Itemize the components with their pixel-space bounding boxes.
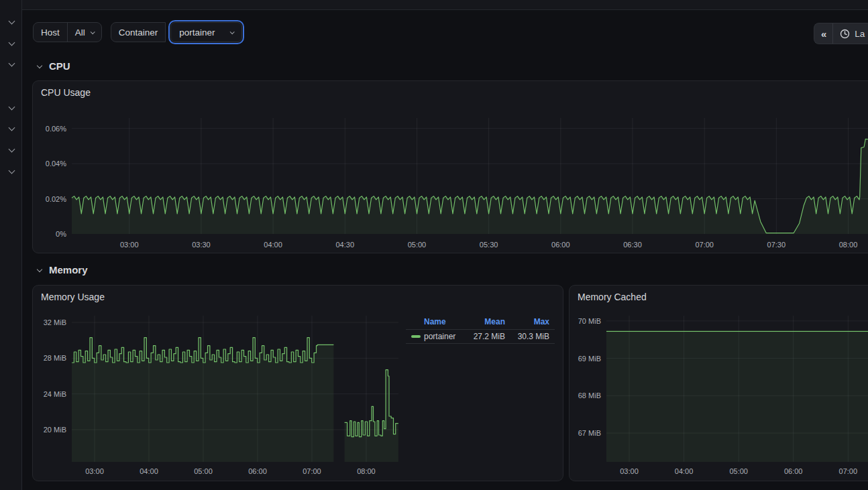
x-axis-tick-label: 03:00 bbox=[85, 467, 104, 475]
sidebar-section-toggle[interactable] bbox=[7, 167, 18, 178]
x-axis-tick-label: 04:00 bbox=[140, 467, 158, 475]
sidebar-section-toggle[interactable] bbox=[7, 103, 18, 114]
series-color-marker[interactable] bbox=[411, 335, 421, 338]
chevron-down-icon bbox=[9, 104, 15, 111]
x-axis-tick-label: 05:00 bbox=[194, 467, 213, 475]
x-axis-tick-label: 04:00 bbox=[675, 467, 694, 475]
host-filter[interactable]: Host All bbox=[33, 22, 102, 42]
x-axis-tick-label: 03:00 bbox=[120, 241, 139, 249]
y-axis-tick-label: 70 MiB bbox=[578, 317, 601, 325]
chevron-down-icon bbox=[229, 29, 234, 34]
collapse-timepicker-button[interactable]: « bbox=[814, 23, 832, 44]
chevron-down-icon bbox=[37, 63, 42, 68]
chevron-down-icon bbox=[9, 18, 15, 25]
container-filter-value[interactable]: portainer bbox=[170, 22, 241, 42]
container-filter-value-text: portainer bbox=[179, 27, 215, 38]
cpu-usage-chart[interactable]: 0%0.02%0.04%0.06%03:0003:3004:0004:3005:… bbox=[33, 81, 868, 254]
x-axis-tick-label: 07:00 bbox=[695, 241, 714, 249]
x-axis-tick-label: 05:00 bbox=[408, 241, 427, 249]
y-axis-tick-label: 20 MiB bbox=[44, 426, 66, 434]
x-axis-tick-label: 03:30 bbox=[192, 241, 211, 249]
sidebar-section-toggle[interactable] bbox=[7, 39, 18, 50]
sidebar-section-toggle[interactable] bbox=[7, 60, 18, 70]
time-range-button[interactable]: La bbox=[833, 23, 868, 44]
x-axis-tick-label: 08:00 bbox=[357, 467, 376, 475]
container-filter-label: Container bbox=[111, 22, 166, 42]
x-axis-tick-label: 07:00 bbox=[839, 467, 858, 475]
y-axis-tick-label: 69 MiB bbox=[578, 355, 601, 363]
grafana-dashboard: { "colors": { "accent_blue": "#3d71d9", … bbox=[0, 0, 868, 490]
legend-table: Name Mean Max portainer 27.2 MiB 30.3 Mi… bbox=[406, 314, 555, 344]
legend-header-max[interactable]: Max bbox=[534, 317, 549, 326]
section-title: Memory bbox=[49, 264, 88, 275]
toolbar-strip bbox=[22, 0, 868, 10]
chevron-down-icon bbox=[9, 168, 15, 174]
memory-cached-panel: Memory Cached 67 MiB68 MiB69 MiB70 MiB03… bbox=[569, 285, 868, 481]
section-header-cpu[interactable]: CPU bbox=[38, 58, 70, 73]
section-title: CPU bbox=[49, 60, 70, 72]
x-axis-tick-label: 06:00 bbox=[248, 467, 267, 475]
y-axis-tick-label: 24 MiB bbox=[44, 390, 66, 398]
x-axis-tick-label: 06:00 bbox=[784, 467, 803, 475]
memory-usage-panel: Memory Usage 20 MiB24 MiB28 MiB32 MiB03:… bbox=[32, 285, 563, 481]
double-chevron-left-icon: « bbox=[821, 28, 826, 40]
sidebar-section-toggle[interactable] bbox=[7, 17, 18, 28]
x-axis-tick-label: 04:00 bbox=[264, 241, 282, 249]
y-axis-tick-label: 0% bbox=[56, 230, 66, 238]
legend-header-mean[interactable]: Mean bbox=[484, 317, 505, 326]
x-axis-tick-label: 07:00 bbox=[303, 467, 321, 475]
y-axis-tick-label: 0.06% bbox=[46, 125, 66, 133]
x-axis-tick-label: 06:30 bbox=[623, 241, 642, 249]
x-axis-tick-label: 04:30 bbox=[336, 241, 355, 249]
legend-header-row: Name Mean Max bbox=[406, 314, 555, 329]
time-range-label: La bbox=[855, 29, 865, 39]
chevron-down-icon bbox=[90, 29, 95, 34]
host-filter-value-text: All bbox=[75, 27, 85, 38]
cpu-usage-panel: CPU Usage 0%0.02%0.04%0.06%03:0003:3004:… bbox=[32, 80, 868, 253]
x-axis-tick-label: 07:30 bbox=[767, 241, 786, 249]
chevron-down-icon bbox=[37, 267, 42, 272]
y-axis-tick-label: 32 MiB bbox=[44, 318, 66, 326]
legend-header-name[interactable]: Name bbox=[424, 317, 446, 326]
y-axis-tick-label: 0.02% bbox=[46, 195, 66, 203]
x-axis-tick-label: 08:00 bbox=[839, 241, 858, 249]
y-axis-tick-label: 67 MiB bbox=[578, 429, 601, 437]
memory-cached-chart[interactable]: 67 MiB68 MiB69 MiB70 MiB03:0004:0005:000… bbox=[569, 286, 868, 482]
x-axis-tick-label: 06:00 bbox=[551, 241, 570, 249]
host-filter-label: Host bbox=[34, 23, 67, 42]
timepicker-group: « La bbox=[814, 23, 868, 44]
clock-icon bbox=[840, 29, 850, 39]
section-header-memory[interactable]: Memory bbox=[38, 262, 88, 277]
y-axis-tick-label: 28 MiB bbox=[44, 354, 66, 362]
chevron-down-icon bbox=[9, 40, 15, 46]
chevron-down-icon bbox=[9, 125, 15, 131]
container-filter: Container portainer bbox=[111, 22, 242, 42]
chevron-down-icon bbox=[9, 60, 15, 67]
legend-row: portainer 27.2 MiB 30.3 MiB bbox=[406, 329, 555, 344]
x-axis-tick-label: 05:00 bbox=[729, 467, 748, 475]
y-axis-tick-label: 68 MiB bbox=[578, 391, 601, 400]
sidebar-section-toggle[interactable] bbox=[7, 124, 18, 135]
x-axis-tick-label: 05:30 bbox=[480, 241, 498, 249]
x-axis-tick-label: 03:00 bbox=[620, 467, 639, 475]
legend-series-name[interactable]: portainer bbox=[424, 332, 455, 341]
sidebar-section-toggle[interactable] bbox=[7, 145, 18, 156]
nav-sidebar bbox=[0, 0, 22, 490]
host-filter-value[interactable]: All bbox=[68, 23, 101, 42]
chevron-down-icon bbox=[9, 146, 15, 153]
legend-mean-value: 27.2 MiB bbox=[457, 332, 505, 341]
legend-max-value: 30.3 MiB bbox=[505, 332, 549, 341]
y-axis-tick-label: 0.04% bbox=[46, 160, 66, 168]
dashboard-filters: Host All Container portainer bbox=[33, 22, 242, 42]
